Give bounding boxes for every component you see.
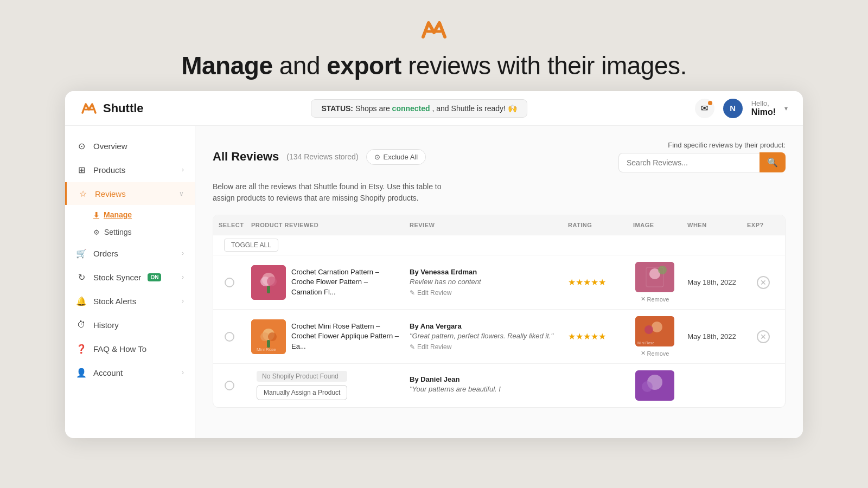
- page-header-right: Find specific reviews by their product: …: [618, 141, 786, 172]
- no-product-cell: No Shopify Product Found Manually Assign…: [251, 371, 353, 400]
- sidebar-stockalerts-label: Stock Alerts: [93, 297, 136, 306]
- row1-product-name: Crochet Carnation Pattern – Croche Flowe…: [291, 267, 399, 297]
- carnation-thumb-svg: [251, 265, 286, 300]
- row1-review-image: [635, 262, 674, 292]
- topbar-logo: Shuttle: [80, 101, 144, 116]
- exclude-icon: ⊙: [374, 153, 380, 161]
- products-chevron-icon: ›: [182, 166, 184, 174]
- row3-review-cell: By Daniel Jean "Your patterns are beauti…: [404, 375, 563, 396]
- sidebar-account-label: Account: [93, 368, 123, 377]
- reviews-table: SELECT PRODUCT REVIEWED REVIEW RATING IM…: [213, 215, 786, 408]
- user-avatar: N: [723, 99, 743, 118]
- history-icon: ⏱: [76, 319, 87, 330]
- table-row: Mini Rose Crochet Mini Rose Pattern – Cr…: [213, 310, 785, 364]
- hero-section: Manage and export reviews with their ima…: [181, 0, 687, 91]
- checkbox-circle[interactable]: [225, 278, 234, 287]
- notification-dot: [708, 101, 712, 105]
- row2-product-cell: Mini Rose Crochet Mini Rose Pattern – Cr…: [246, 319, 404, 354]
- reviews-count: (134 Reviews stored): [286, 152, 358, 161]
- app-window: Shuttle STATUS: Shops are connected , an…: [65, 91, 803, 438]
- row2-exp-button[interactable]: ✕: [757, 330, 770, 343]
- topbar-right: ✉ N Hello, Nimo! ▾: [695, 99, 788, 118]
- row1-image-cell: ✕ Remove: [628, 262, 682, 303]
- bell-icon: ✉: [701, 103, 708, 113]
- sidebar-item-products[interactable]: ⊞ Products ›: [65, 158, 195, 181]
- account-icon: 👤: [76, 367, 87, 378]
- row2-product-name: Crochet Mini Rose Pattern – Crochet Flow…: [291, 322, 399, 351]
- row1-edit-review-button[interactable]: ✎ Edit Review: [410, 289, 451, 297]
- user-greeting-block: Hello, Nimo!: [751, 99, 776, 118]
- sidebar-item-faq[interactable]: ❓ FAQ & How To: [65, 337, 195, 360]
- sidebar: ⊙ Overview ⊞ Products › ☆ Reviews ∨ ⬇ Ma…: [65, 126, 195, 438]
- row1-exp-button[interactable]: ✕: [757, 276, 770, 289]
- row1-product-cell: Crochet Carnation Pattern – Croche Flowe…: [246, 265, 404, 300]
- sidebar-item-history[interactable]: ⏱ History: [65, 313, 195, 336]
- alerts-chevron-icon: ›: [182, 297, 184, 305]
- row1-author: By Venessa Erdman: [410, 268, 557, 276]
- search-button[interactable]: 🔍: [760, 152, 786, 172]
- col-exp: EXP?: [742, 215, 785, 235]
- sidebar-item-settings[interactable]: ⚙ Settings: [93, 223, 195, 241]
- topbar-status: STATUS: Shops are connected , and Shuttl…: [311, 99, 527, 118]
- row2-exp-cell: ✕: [742, 330, 785, 343]
- sidebar-item-stock-syncer[interactable]: ↻ Stock Syncer ON ›: [65, 266, 195, 288]
- toggle-all-button[interactable]: TOGGLE ALL: [224, 239, 278, 252]
- row1-checkbox[interactable]: [213, 278, 246, 287]
- syncer-chevron-icon: ›: [182, 273, 184, 281]
- exclude-all-button[interactable]: ⊙ Exclude All: [366, 149, 426, 165]
- settings-icon: ⚙: [93, 228, 100, 236]
- main-layout: ⊙ Overview ⊞ Products › ☆ Reviews ∨ ⬇ Ma…: [65, 126, 803, 438]
- topbar-logo-icon: [80, 101, 98, 116]
- reviews-icon: ☆: [78, 188, 88, 199]
- hero-logo-icon: [418, 16, 450, 43]
- sidebar-history-label: History: [93, 320, 119, 330]
- checkbox-circle[interactable]: [225, 332, 234, 342]
- svg-point-16: [652, 322, 662, 332]
- stock-alerts-icon: 🔔: [76, 296, 87, 306]
- svg-point-17: [644, 325, 653, 334]
- svg-point-21: [642, 381, 653, 392]
- row2-remove-button[interactable]: ✕ Remove: [641, 350, 669, 357]
- sidebar-item-orders[interactable]: 🛒 Orders ›: [65, 242, 195, 265]
- row2-date: May 18th, 2022: [682, 332, 742, 341]
- orders-chevron-icon: ›: [182, 249, 184, 257]
- row2-edit-review-button[interactable]: ✎ Edit Review: [410, 343, 451, 351]
- toggle-all-row: TOGGLE ALL: [213, 235, 785, 255]
- row2-review-image: Mini Rose: [635, 316, 674, 346]
- sidebar-products-label: Products: [93, 165, 125, 175]
- no-product-badge: No Shopify Product Found: [257, 371, 347, 382]
- sidebar-item-stock-alerts[interactable]: 🔔 Stock Alerts ›: [65, 290, 195, 312]
- sidebar-item-overview[interactable]: ⊙ Overview: [65, 134, 195, 157]
- sidebar-item-reviews[interactable]: ☆ Reviews ∨: [65, 182, 195, 205]
- sidebar-stocksyncer-label: Stock Syncer: [93, 273, 141, 282]
- manage-icon: ⬇: [93, 211, 99, 219]
- row1-remove-button[interactable]: ✕ Remove: [641, 296, 669, 303]
- notifications-button[interactable]: ✉: [695, 99, 714, 118]
- row1-date: May 18th, 2022: [682, 278, 742, 286]
- row3-checkbox[interactable]: [213, 381, 246, 390]
- sidebar-item-manage[interactable]: ⬇ Manage: [93, 206, 195, 223]
- stock-syncer-badge: ON: [148, 273, 161, 281]
- user-menu-chevron[interactable]: ▾: [784, 105, 788, 112]
- search-input[interactable]: [618, 153, 760, 172]
- sidebar-orders-label: Orders: [93, 249, 118, 258]
- rose-thumb-svg: Mini Rose: [251, 319, 286, 354]
- products-icon: ⊞: [76, 164, 87, 175]
- sidebar-item-account[interactable]: 👤 Account ›: [65, 361, 195, 384]
- svg-text:Mini Rose: Mini Rose: [257, 347, 276, 352]
- col-when: WHEN: [682, 215, 742, 235]
- search-icon: 🔍: [767, 157, 778, 168]
- svg-point-11: [260, 332, 269, 341]
- search-label: Find specific reviews by their product:: [668, 141, 786, 149]
- row2-checkbox[interactable]: [213, 332, 246, 342]
- topbar-logo-text: Shuttle: [103, 101, 144, 115]
- checkbox-circle[interactable]: [225, 381, 234, 390]
- row3-review-image: [635, 370, 674, 401]
- row2-review-cell: By Ana Vergara "Great pattern, perfect f…: [404, 322, 563, 351]
- row1-review-cell: By Venessa Erdman Review has no content …: [404, 268, 563, 297]
- manage-label: Manage: [104, 210, 132, 219]
- assign-product-button[interactable]: Manually Assign a Product: [257, 385, 347, 400]
- faq-icon: ❓: [76, 343, 87, 354]
- sidebar-reviews-label: Reviews: [95, 189, 126, 198]
- reviews-chevron-icon: ∨: [179, 190, 184, 197]
